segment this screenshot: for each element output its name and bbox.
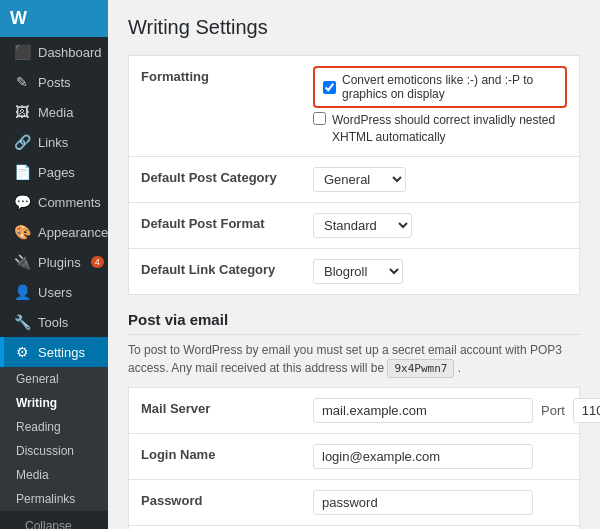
sidebar-sub-writing[interactable]: Writing bbox=[0, 391, 108, 415]
sidebar-item-label: Posts bbox=[38, 75, 71, 90]
mail-server-control: Port bbox=[313, 398, 600, 423]
sidebar-item-posts[interactable]: ✎ Posts bbox=[0, 67, 108, 97]
sidebar: W ⬛ Dashboard ✎ Posts 🖼 Media 🔗 Links 📄 … bbox=[0, 0, 108, 529]
page-title: Writing Settings bbox=[128, 16, 580, 39]
posts-icon: ✎ bbox=[14, 74, 30, 90]
sidebar-item-settings[interactable]: ⚙ Settings bbox=[0, 337, 108, 367]
default-post-format-label: Default Post Format bbox=[141, 213, 301, 231]
settings-submenu: General Writing Reading Discussion Media… bbox=[0, 367, 108, 511]
sidebar-item-label: Media bbox=[38, 105, 73, 120]
formatting-options: Convert emoticons like :-) and :-P to gr… bbox=[313, 66, 567, 146]
appearance-icon: 🎨 bbox=[14, 224, 30, 240]
port-input[interactable] bbox=[573, 398, 600, 423]
post-via-email-description: To post to WordPress by email you must s… bbox=[128, 341, 580, 378]
formatting-checkbox2[interactable] bbox=[313, 112, 326, 125]
formatting-option2-row: WordPress should correct invalidly neste… bbox=[313, 112, 567, 146]
sidebar-logo[interactable]: W bbox=[0, 0, 108, 37]
formatting-label: Formatting bbox=[141, 66, 301, 84]
plugins-icon: 🔌 bbox=[14, 254, 30, 270]
users-icon: 👤 bbox=[14, 284, 30, 300]
formatting-option2-label: WordPress should correct invalidly neste… bbox=[332, 112, 567, 146]
secret-key: 9x4Pwmn7 bbox=[387, 359, 454, 378]
default-post-category-label: Default Post Category bbox=[141, 167, 301, 185]
settings-icon: ⚙ bbox=[14, 344, 30, 360]
comments-icon: 💬 bbox=[14, 194, 30, 210]
sidebar-item-users[interactable]: 👤 Users bbox=[0, 277, 108, 307]
port-label: Port bbox=[541, 403, 565, 418]
login-name-input[interactable] bbox=[313, 444, 533, 469]
sidebar-item-label: Links bbox=[38, 135, 68, 150]
collapse-label: Collapse menu bbox=[25, 519, 98, 529]
dashboard-icon: ⬛ bbox=[14, 44, 30, 60]
pages-icon: 📄 bbox=[14, 164, 30, 180]
password-label: Password bbox=[141, 490, 301, 508]
sidebar-sub-media[interactable]: Media bbox=[0, 463, 108, 487]
sidebar-item-links[interactable]: 🔗 Links bbox=[0, 127, 108, 157]
links-icon: 🔗 bbox=[14, 134, 30, 150]
login-name-control bbox=[313, 444, 567, 469]
sidebar-item-label: Dashboard bbox=[38, 45, 102, 60]
sidebar-item-tools[interactable]: 🔧 Tools bbox=[0, 307, 108, 337]
tools-icon: 🔧 bbox=[14, 314, 30, 330]
sidebar-item-label: Pages bbox=[38, 165, 75, 180]
sidebar-sub-general[interactable]: General bbox=[0, 367, 108, 391]
sidebar-item-label: Comments bbox=[38, 195, 101, 210]
default-link-category-control: Blogroll bbox=[313, 259, 567, 284]
default-link-category-select[interactable]: Blogroll bbox=[313, 259, 403, 284]
sidebar-item-label: Tools bbox=[38, 315, 68, 330]
password-input[interactable] bbox=[313, 490, 533, 515]
default-post-format-control: Standard bbox=[313, 213, 567, 238]
sidebar-sub-reading[interactable]: Reading bbox=[0, 415, 108, 439]
wp-logo-icon: W bbox=[10, 8, 27, 29]
formatting-checkbox1[interactable] bbox=[323, 81, 336, 94]
sidebar-item-comments[interactable]: 💬 Comments bbox=[0, 187, 108, 217]
formatting-option1-row: Convert emoticons like :-) and :-P to gr… bbox=[313, 66, 567, 108]
sidebar-item-plugins[interactable]: 🔌 Plugins 4 bbox=[0, 247, 108, 277]
default-link-category-label: Default Link Category bbox=[141, 259, 301, 277]
collapse-menu-button[interactable]: ◀ Collapse menu bbox=[0, 511, 108, 529]
default-post-format-select[interactable]: Standard bbox=[313, 213, 412, 238]
main-content: Writing Settings Formatting Convert emot… bbox=[108, 0, 600, 529]
sidebar-item-label: Users bbox=[38, 285, 72, 300]
mail-server-label: Mail Server bbox=[141, 398, 301, 416]
sidebar-item-appearance[interactable]: 🎨 Appearance bbox=[0, 217, 108, 247]
sidebar-item-label: Appearance bbox=[38, 225, 108, 240]
media-icon: 🖼 bbox=[14, 104, 30, 120]
post-via-email-title: Post via email bbox=[128, 311, 580, 335]
mail-server-input[interactable] bbox=[313, 398, 533, 423]
password-control bbox=[313, 490, 567, 515]
login-name-label: Login Name bbox=[141, 444, 301, 462]
plugins-badge: 4 bbox=[91, 256, 104, 268]
sidebar-item-media[interactable]: 🖼 Media bbox=[0, 97, 108, 127]
formatting-option1-label: Convert emoticons like :-) and :-P to gr… bbox=[342, 73, 557, 101]
sidebar-item-dashboard[interactable]: ⬛ Dashboard bbox=[0, 37, 108, 67]
sidebar-item-label: Plugins bbox=[38, 255, 81, 270]
default-post-category-control: General bbox=[313, 167, 567, 192]
sidebar-sub-permalinks[interactable]: Permalinks bbox=[0, 487, 108, 511]
sidebar-sub-discussion[interactable]: Discussion bbox=[0, 439, 108, 463]
sidebar-item-pages[interactable]: 📄 Pages bbox=[0, 157, 108, 187]
sidebar-item-label: Settings bbox=[38, 345, 85, 360]
default-post-category-select[interactable]: General bbox=[313, 167, 406, 192]
